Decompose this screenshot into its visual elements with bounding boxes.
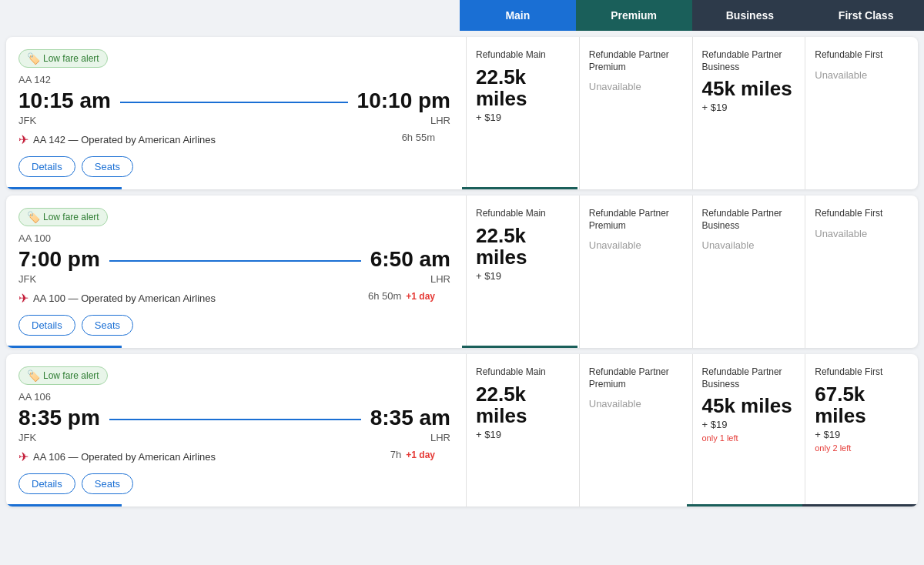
fare-type-1-3: Refundable First bbox=[815, 49, 882, 62]
operator-row-1: ✈ AA 142 — Operated by American Airlines bbox=[18, 132, 450, 147]
fare-type-3-2: Refundable Partner Business bbox=[702, 366, 796, 390]
fare-price-2-0: 22.5k miles bbox=[476, 225, 570, 269]
arrive-airport-2: LHR bbox=[430, 273, 450, 285]
fare-type-1-0: Refundable Main bbox=[476, 49, 546, 62]
fare-col-2-3[interactable]: Refundable First Unavailable bbox=[805, 196, 918, 348]
next-day-2: +1 day bbox=[406, 291, 435, 302]
bar-main-3 bbox=[6, 504, 122, 506]
unavailable-2-2: Unavailable bbox=[702, 239, 755, 251]
duration-3: 7h +1 day bbox=[390, 449, 435, 460]
arrive-time-3: 8:35 am bbox=[370, 406, 450, 430]
fare-col-3-0[interactable]: Refundable Main 22.5k miles + $19 bbox=[467, 354, 580, 506]
fare-type-3-0: Refundable Main bbox=[476, 366, 546, 379]
fare-type-3-3: Refundable First bbox=[815, 366, 882, 379]
operator-text-3: AA 106 — Operated by American Airlines bbox=[33, 451, 216, 463]
details-button-3[interactable]: Details bbox=[18, 473, 75, 494]
tab-main[interactable]: Main bbox=[460, 0, 576, 31]
flight-number-3: AA 106 bbox=[18, 391, 450, 403]
tabs-header: Main Premium Business First Class bbox=[460, 0, 924, 31]
bar-main-2 bbox=[6, 346, 122, 348]
only-left-3-2: only 1 left bbox=[702, 433, 738, 443]
fare-price-3-0: 22.5k miles bbox=[476, 383, 570, 427]
flight-card-1: 🏷️ Low fare alert AA 142 6h 55m 10:15 am… bbox=[6, 37, 918, 189]
fare-columns-2: Refundable Main 22.5k miles + $19 Refund… bbox=[466, 196, 918, 348]
low-fare-badge-1: 🏷️ Low fare alert bbox=[18, 49, 108, 68]
fare-col-1-3[interactable]: Refundable First Unavailable bbox=[805, 37, 918, 189]
details-button-1[interactable]: Details bbox=[18, 156, 75, 177]
duration-text-3: 7h bbox=[390, 449, 401, 460]
flight-card-2: 🏷️ Low fare alert AA 100 6h 50m +1 day 7… bbox=[6, 196, 918, 348]
fare-col-3-3[interactable]: Refundable First 67.5k miles + $19 only … bbox=[805, 354, 918, 506]
bar-gap-3 bbox=[122, 504, 687, 506]
action-buttons-2: Details Seats bbox=[18, 315, 450, 336]
flight-times-1: 10:15 am 10:10 pm bbox=[18, 89, 450, 113]
fare-price-1-2: 45k miles bbox=[702, 78, 792, 100]
depart-airport-3: JFK bbox=[18, 432, 36, 443]
fare-type-2-3: Refundable First bbox=[815, 208, 882, 220]
fare-col-3-2[interactable]: Refundable Partner Business 45k miles + … bbox=[693, 354, 806, 506]
low-fare-badge-2: 🏷️ Low fare alert bbox=[18, 208, 108, 226]
bar-first-3 bbox=[802, 504, 918, 506]
flight-number-1: AA 142 bbox=[18, 74, 450, 85]
bar-business-1 bbox=[462, 187, 578, 189]
fare-col-1-1[interactable]: Refundable Partner Premium Unavailable bbox=[580, 37, 693, 189]
operator-row-3: ✈ AA 106 — Operated by American Airlines bbox=[18, 450, 450, 464]
depart-airport-1: JFK bbox=[18, 115, 36, 126]
fare-type-1-1: Refundable Partner Premium bbox=[589, 49, 683, 73]
fare-price-3-2: 45k miles bbox=[702, 395, 792, 417]
fare-type-1-2: Refundable Partner Business bbox=[702, 49, 796, 73]
unavailable-1-3: Unavailable bbox=[815, 69, 867, 81]
arrive-airport-1: LHR bbox=[430, 115, 450, 126]
low-fare-label-1: Low fare alert bbox=[43, 53, 99, 64]
details-button-2[interactable]: Details bbox=[18, 315, 75, 336]
fare-type-3-1: Refundable Partner Premium bbox=[589, 366, 683, 390]
low-fare-badge-3: 🏷️ Low fare alert bbox=[18, 366, 108, 385]
fare-type-2-2: Refundable Partner Business bbox=[702, 208, 796, 232]
bar-gap-1 bbox=[122, 187, 462, 189]
fare-price-1-0: 22.5k miles bbox=[476, 66, 570, 110]
fare-plus-3-0: + $19 bbox=[476, 429, 501, 440]
arrive-time-2: 6:50 am bbox=[370, 247, 450, 272]
tab-business[interactable]: Business bbox=[692, 0, 808, 31]
airports-row-1: JFK LHR bbox=[18, 115, 450, 126]
tag-icon-2: 🏷️ bbox=[27, 211, 40, 223]
fare-plus-1-2: + $19 bbox=[702, 102, 728, 113]
flights-list: 🏷️ Low fare alert AA 142 6h 55m 10:15 am… bbox=[0, 37, 924, 506]
operator-text-1: AA 142 — Operated by American Airlines bbox=[33, 134, 216, 145]
flight-line-1 bbox=[120, 102, 348, 103]
depart-time-3: 8:35 pm bbox=[18, 406, 100, 430]
bottom-bar-1 bbox=[6, 187, 918, 189]
low-fare-label-2: Low fare alert bbox=[43, 212, 99, 222]
flight-info-3: 🏷️ Low fare alert AA 106 7h +1 day 8:35 … bbox=[6, 354, 466, 506]
flight-line-2 bbox=[109, 260, 361, 262]
fare-columns-3: Refundable Main 22.5k miles + $19 Refund… bbox=[466, 354, 918, 506]
fare-col-3-1[interactable]: Refundable Partner Premium Unavailable bbox=[580, 354, 693, 506]
fare-col-1-2[interactable]: Refundable Partner Business 45k miles + … bbox=[693, 37, 806, 189]
flight-number-2: AA 100 bbox=[18, 232, 450, 244]
page-container: Main Premium Business First Class 🏷️ Low… bbox=[0, 0, 924, 565]
fare-columns-1: Refundable Main 22.5k miles + $19 Refund… bbox=[466, 37, 918, 189]
bar-gap2-2 bbox=[578, 346, 918, 348]
seats-button-2[interactable]: Seats bbox=[82, 315, 133, 336]
duration-text-1: 6h 55m bbox=[402, 132, 435, 143]
fare-col-2-0[interactable]: Refundable Main 22.5k miles + $19 bbox=[467, 196, 580, 348]
fare-plus-3-2: + $19 bbox=[702, 419, 728, 430]
airports-row-3: JFK LHR bbox=[18, 432, 450, 443]
fare-col-2-2[interactable]: Refundable Partner Business Unavailable bbox=[693, 196, 806, 348]
tab-first[interactable]: First Class bbox=[808, 0, 924, 31]
flight-line-3 bbox=[109, 419, 361, 420]
fare-col-2-1[interactable]: Refundable Partner Premium Unavailable bbox=[580, 196, 693, 348]
seats-button-1[interactable]: Seats bbox=[82, 156, 133, 177]
bar-gap2-1 bbox=[578, 187, 918, 189]
action-buttons-1: Details Seats bbox=[18, 156, 450, 177]
seats-button-3[interactable]: Seats bbox=[82, 473, 133, 494]
bar-gap-2 bbox=[122, 346, 462, 348]
duration-2: 6h 50m +1 day bbox=[368, 290, 435, 302]
tab-premium[interactable]: Premium bbox=[576, 0, 692, 31]
bar-main-1 bbox=[6, 187, 122, 189]
fare-col-1-0[interactable]: Refundable Main 22.5k miles + $19 bbox=[467, 37, 580, 189]
depart-airport-2: JFK bbox=[18, 273, 36, 285]
aa-logo-1: ✈ bbox=[18, 132, 28, 147]
arrive-airport-3: LHR bbox=[430, 432, 450, 443]
bar-business-2 bbox=[462, 346, 578, 348]
